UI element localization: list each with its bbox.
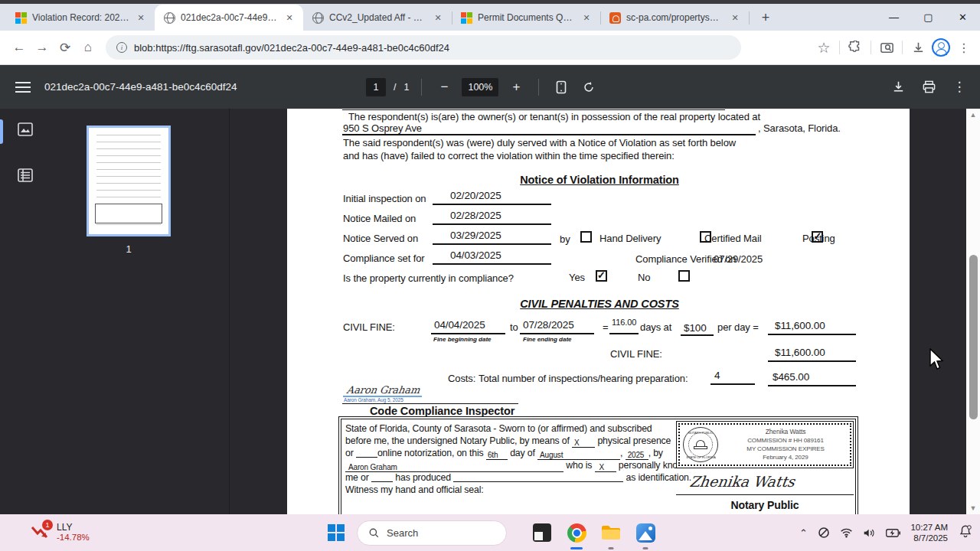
pdf-menu-icon[interactable] (15, 82, 31, 93)
zoom-level-input[interactable]: 100% (462, 78, 498, 96)
photos-icon (636, 523, 655, 543)
inspector-title: Code Compliance Inspector (370, 405, 514, 417)
civil-fine-label: CIVIL FINE: (343, 321, 395, 333)
scroll-up-arrow[interactable]: ▲ (966, 109, 980, 121)
globe-favicon-icon (312, 12, 324, 24)
url-omnibox[interactable]: i blob:https://ftg.sarasotafl.gov/021dec… (106, 35, 741, 60)
home-button[interactable]: ⌂ (77, 36, 100, 59)
folder-icon (601, 524, 621, 541)
volume-icon[interactable] (863, 527, 876, 539)
civil-fine-total-2: $11,600.00 (775, 347, 825, 358)
taskbar-clock[interactable]: 10:27 AM 8/7/2025 (910, 522, 948, 543)
window-close-button[interactable]: ✕ (946, 4, 980, 30)
notary-blank-name: Aaron Graham (345, 463, 564, 472)
notification-bell-icon[interactable] (959, 524, 972, 541)
tab-sc-pa-propertysearch[interactable]: sc-pa.com/propertysearch ✕ (600, 5, 749, 31)
selected-tool-indicator (0, 119, 3, 144)
browser-address-bar: ← → ⟳ ⌂ i blob:https://ftg.sarasotafl.go… (0, 31, 980, 65)
start-button[interactable] (328, 524, 345, 541)
field-underline (768, 360, 856, 362)
search-tabs-icon[interactable] (875, 36, 898, 59)
browser-menu-icon[interactable]: ⋮ (952, 36, 975, 59)
bookmark-star-icon[interactable]: ☆ (812, 36, 835, 59)
taskbar-app-dark[interactable] (530, 520, 554, 545)
tab-close-icon[interactable]: ✕ (135, 11, 147, 24)
field-underline (433, 243, 551, 245)
page-number-input[interactable]: 1 (366, 78, 386, 96)
window-minimize-button[interactable]: — (877, 4, 911, 30)
zoom-in-button[interactable]: + (506, 77, 526, 97)
pdf-page: The respondent(s) is(are) the owner(s) o… (287, 109, 910, 514)
pdf-more-menu-icon[interactable]: ⋮ (949, 77, 969, 97)
scrollbar-thumb[interactable] (969, 255, 978, 419)
tab-pdf-blob[interactable]: 021dec2a-00c7-44e9-a48 ✕ (155, 5, 303, 31)
notary-blank-or (371, 473, 393, 482)
notary-blank-id (453, 473, 623, 482)
battery-charging-icon[interactable] (886, 528, 900, 538)
fine-to-label: to (510, 321, 518, 333)
field-underline (681, 334, 714, 336)
stock-change: -14.78% (57, 533, 90, 543)
tray-chevron-icon[interactable]: ⌃ (799, 527, 808, 539)
extensions-icon[interactable] (844, 36, 867, 59)
document-outline-icon[interactable] (18, 168, 33, 182)
microsoft-favicon-icon (461, 12, 472, 24)
nov-section-title: Notice of Violation Information (343, 174, 856, 186)
taskbar-app-photos[interactable] (633, 520, 658, 545)
photos-running-indicator (643, 547, 648, 549)
notary-title: Notary Public (676, 499, 854, 511)
notary-blank-online (356, 448, 377, 458)
pdf-download-icon[interactable] (888, 77, 908, 97)
taskbar-widget-stock[interactable]: 1 LLY -14.78% (31, 523, 90, 543)
field-underline (433, 223, 551, 225)
globe-favicon-icon (164, 12, 175, 24)
tab-close-icon[interactable]: ✕ (283, 11, 296, 24)
tab-close-icon[interactable]: ✕ (432, 11, 444, 24)
fit-to-page-icon[interactable] (551, 77, 571, 97)
notice-mailed-label: Notice Mailed on (343, 213, 416, 224)
fine-end-caption: Fine ending date (523, 336, 572, 343)
tab-close-icon[interactable]: ✕ (580, 11, 593, 24)
new-tab-button[interactable]: + (755, 7, 776, 28)
zoom-out-button[interactable]: − (434, 77, 454, 97)
taskbar-app-explorer[interactable] (599, 520, 623, 545)
tab-ccv2-updated-aff[interactable]: CCv2_Updated Aff - 3 fine ✕ (303, 5, 452, 31)
tab-violation-record[interactable]: Violation Record: 2025-00 ✕ (6, 5, 155, 31)
page-thumbnail[interactable] (87, 126, 171, 236)
tab-close-icon[interactable]: ✕ (729, 11, 741, 24)
notary-signature-line (676, 494, 854, 495)
civil-fine-label-2: CIVIL FINE: (610, 348, 662, 360)
rotate-icon[interactable] (579, 77, 599, 97)
notary-line-5: me or has produced as identification. (345, 472, 700, 484)
field-underline (433, 204, 551, 205)
do-not-disturb-icon[interactable] (818, 527, 830, 539)
search-icon (368, 527, 380, 539)
tab-title: sc-pa.com/propertysearch (626, 12, 724, 23)
notary-box: State of Florida, County of Sarasota - S… (341, 419, 856, 526)
back-button[interactable]: ← (8, 36, 31, 59)
profile-avatar-icon[interactable] (929, 36, 952, 59)
downloads-icon[interactable] (906, 36, 929, 59)
wifi-icon[interactable] (840, 527, 853, 538)
notary-stamp-commission: COMMISSION # HH 089161 (724, 436, 847, 445)
tab-permit-documents[interactable]: Permit Documents Quick ✕ (452, 5, 600, 31)
taskbar-app-chrome[interactable] (564, 520, 589, 545)
yes-checkbox (596, 270, 607, 282)
site-info-icon[interactable]: i (116, 42, 127, 53)
reload-button[interactable]: ⟳ (54, 36, 77, 59)
fine-rate-value: $100 (684, 322, 707, 334)
posting-label: Posting (802, 233, 835, 244)
no-checkbox (678, 270, 690, 282)
inspector-signature: Aaron Graham (346, 384, 420, 396)
window-restore-button[interactable]: ▢ (911, 4, 946, 30)
forward-button[interactable]: → (31, 36, 54, 59)
compliance-set-date: 04/03/2025 (450, 249, 501, 261)
pdf-scrollbar[interactable]: ▲ ▼ (966, 109, 980, 514)
thumbnail-notary-box (95, 204, 162, 223)
taskbar-search-input[interactable]: Search (357, 520, 507, 546)
field-underline (342, 109, 725, 110)
thumbnails-view-icon[interactable] (18, 122, 33, 136)
scroll-down-arrow[interactable]: ▼ (966, 502, 980, 514)
chrome-running-indicator (570, 547, 583, 549)
print-icon[interactable] (919, 77, 939, 97)
